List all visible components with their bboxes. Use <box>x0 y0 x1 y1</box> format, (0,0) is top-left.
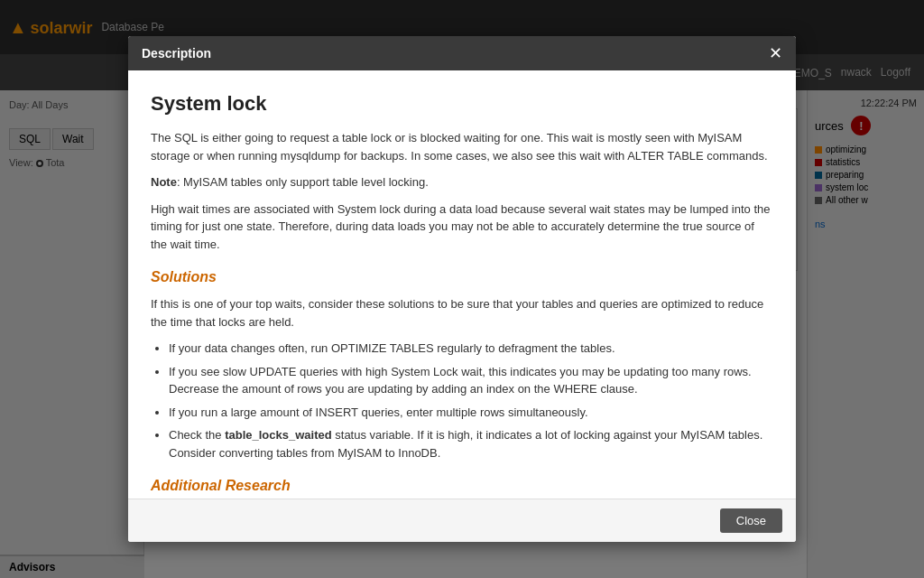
modal-overlay: Description ✕ System lock The SQL is eit… <box>0 0 924 578</box>
solutions-intro: If this is one of your top waits, consid… <box>151 295 773 331</box>
modal-header: Description ✕ <box>128 36 796 70</box>
solutions-list: If your data changes often, run OPTIMIZE… <box>169 340 773 461</box>
close-button[interactable]: Close <box>720 508 782 533</box>
modal-heading: System lock <box>151 89 773 118</box>
modal-body: System lock The SQL is either going to r… <box>128 70 796 499</box>
solution-item-2: If you run a large amount of INSERT quer… <box>169 404 773 422</box>
modal-close-button[interactable]: ✕ <box>769 45 782 61</box>
note-text: : MyISAM tables only support table level… <box>177 175 429 189</box>
modal-note: Note: MyISAM tables only support table l… <box>151 173 773 191</box>
modal-title: Description <box>142 46 211 61</box>
note-label: Note <box>151 175 177 189</box>
modal-para1: The SQL is either going to request a tab… <box>151 129 773 164</box>
solution-item-0: If your data changes often, run OPTIMIZE… <box>169 340 773 358</box>
modal-footer: Close <box>128 499 796 542</box>
solution-item-3: Check the table_locks_waited status vari… <box>169 426 773 461</box>
additional-research-heading: Additional Research <box>151 475 773 497</box>
description-modal: Description ✕ System lock The SQL is eit… <box>128 36 796 542</box>
table-locks-waited-label: table_locks_waited <box>225 428 332 442</box>
solution-item-1: If you see slow UPDATE queries with high… <box>169 363 773 398</box>
modal-para2: High wait times are associated with Syst… <box>151 200 773 254</box>
solutions-heading: Solutions <box>151 266 773 288</box>
